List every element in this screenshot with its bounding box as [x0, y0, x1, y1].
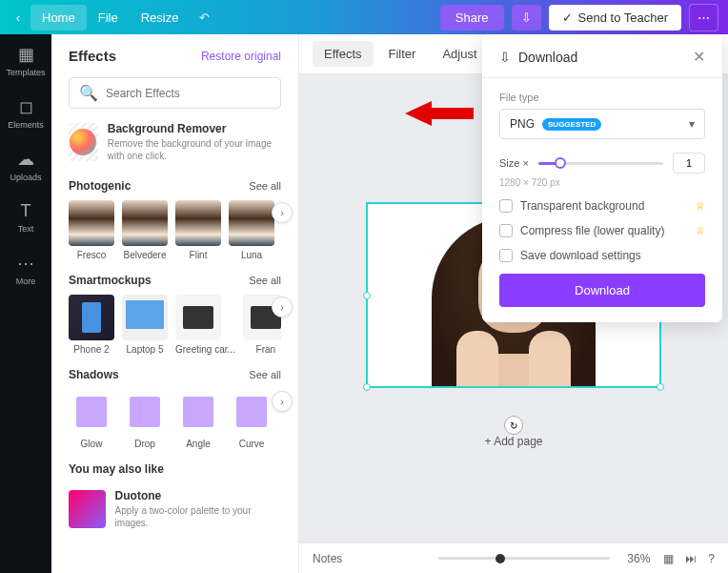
mockup-thumb[interactable]: Laptop 5	[122, 295, 168, 355]
tool-effects[interactable]: Effects	[313, 41, 374, 67]
scroll-right-icon[interactable]: ›	[272, 297, 293, 317]
topbar-right: Share ⇩ ✓Send to Teacher ⋯	[440, 4, 718, 31]
download-button[interactable]: Download	[499, 274, 705, 307]
save-settings-checkbox-row[interactable]: Save download settings	[499, 249, 705, 262]
elements-icon: ◻	[0, 96, 51, 117]
fullscreen-icon[interactable]: ⏭	[685, 552, 697, 565]
ymal-title: Duotone	[115, 489, 281, 502]
size-slider[interactable]	[538, 162, 663, 165]
nav-uploads[interactable]: ☁Uploads	[0, 139, 51, 192]
suggested-badge: SUGGESTED	[542, 118, 601, 131]
crown-icon: ♕	[696, 225, 705, 237]
search-icon: 🔍	[79, 84, 98, 102]
mockup-thumb[interactable]: Greeting car...	[175, 295, 235, 355]
see-all-link[interactable]: See all	[249, 369, 281, 380]
download-icon: ⇩	[499, 50, 511, 65]
scroll-right-icon[interactable]: ›	[272, 391, 293, 412]
download-panel: ⇩Download ✕ File type PNG SUGGESTED ▾ Si…	[482, 34, 722, 322]
tool-adjust[interactable]: Adjust	[431, 41, 488, 67]
send-to-teacher-button[interactable]: ✓Send to Teacher	[549, 5, 681, 31]
nav-text[interactable]: TText	[0, 192, 51, 243]
see-all-link[interactable]: See all	[249, 180, 281, 192]
share-button[interactable]: Share	[440, 5, 504, 31]
thumb-label: Luna	[229, 250, 274, 260]
section-title: Shadows	[69, 368, 119, 381]
home-button[interactable]: Home	[30, 5, 87, 31]
thumb-label: Fresco	[69, 250, 114, 260]
section-title: Smartmockups	[69, 274, 152, 287]
effect-thumb[interactable]: Fresco	[69, 200, 114, 260]
see-all-link[interactable]: See all	[249, 275, 281, 286]
ymal-item[interactable]: DuotoneApply a two-color palette to your…	[69, 489, 281, 529]
restore-original-link[interactable]: Restore original	[201, 50, 281, 63]
top-bar: ‹ Home File Resize ↶ Share ⇩ ✓Send to Te…	[0, 0, 728, 34]
ymal-desc: Apply a two-color palette to your images…	[115, 504, 281, 529]
tool-filter[interactable]: Filter	[377, 41, 428, 67]
nav-elements[interactable]: ◻Elements	[0, 87, 51, 139]
thumb-label: Curve	[229, 439, 274, 449]
zoom-value[interactable]: 36%	[627, 552, 650, 565]
scroll-right-icon[interactable]: ›	[272, 202, 293, 223]
footer-bar: Notes 36% ▦ ⏭ ?	[299, 542, 728, 573]
back-icon[interactable]: ‹	[10, 10, 27, 25]
nav-label: Text	[18, 224, 34, 234]
compress-checkbox-row[interactable]: Compress file (lower quality)♕	[499, 224, 705, 237]
more-menu-button[interactable]: ⋯	[689, 4, 718, 31]
section-smartmockups: SmartmockupsSee all Phone 2 Laptop 5 Gre…	[69, 274, 281, 355]
close-icon[interactable]: ✕	[693, 48, 705, 66]
checkbox[interactable]	[499, 249, 513, 262]
bgr-text: Background Remover Remove the background…	[108, 122, 281, 162]
undo-icon[interactable]: ↶	[199, 10, 210, 25]
uploads-icon: ☁	[0, 149, 51, 170]
shadow-thumb[interactable]: Angle	[175, 389, 221, 449]
background-remover[interactable]: Background Remover Remove the background…	[69, 122, 281, 162]
check-icon: ✓	[562, 10, 573, 25]
resize-menu[interactable]: Resize	[130, 5, 191, 31]
search-box[interactable]: 🔍	[69, 77, 281, 109]
nav-label: More	[16, 276, 36, 286]
thumb-label: Angle	[175, 439, 221, 449]
section-title: Photogenic	[69, 179, 131, 193]
add-page-button[interactable]: + Add page	[484, 435, 542, 448]
effect-thumb[interactable]: Flint	[175, 200, 221, 260]
checkbox[interactable]	[499, 224, 513, 237]
effect-thumb[interactable]: Luna	[229, 200, 274, 260]
rotate-icon[interactable]: ↻	[504, 416, 523, 435]
checkbox[interactable]	[499, 199, 513, 213]
nav-more[interactable]: ⋯More	[0, 243, 51, 296]
download-icon-button[interactable]: ⇩	[512, 5, 541, 31]
resize-handle[interactable]	[363, 292, 371, 299]
zoom-slider[interactable]	[438, 557, 610, 560]
section-ymal: You may also like	[69, 462, 281, 476]
effect-thumb[interactable]: Belvedere	[122, 200, 168, 260]
transparent-checkbox-row[interactable]: Transparent background♕	[499, 199, 705, 213]
templates-icon: ▦	[0, 44, 51, 65]
filetype-value: PNG	[510, 117, 535, 131]
topbar-left: ‹ Home File Resize ↶	[10, 5, 210, 31]
dimensions-text: 1280 × 720 px	[499, 177, 705, 188]
search-input[interactable]	[106, 87, 271, 100]
file-menu[interactable]: File	[87, 5, 130, 31]
mockup-thumb[interactable]: Phone 2	[69, 295, 114, 355]
shadow-thumb[interactable]: Glow	[69, 389, 114, 449]
section-photogenic: PhotogenicSee all Fresco Belvedere Flint…	[69, 179, 281, 260]
svg-marker-0	[405, 101, 474, 126]
resize-handle[interactable]	[657, 383, 664, 391]
filetype-select[interactable]: PNG SUGGESTED ▾	[499, 109, 705, 139]
grid-view-icon[interactable]: ▦	[663, 552, 674, 565]
shadow-thumb[interactable]: Drop	[122, 389, 168, 449]
filetype-label: File type	[499, 92, 705, 103]
size-label: Size ×	[499, 157, 529, 169]
thumb-label: Glow	[69, 439, 114, 449]
nav-templates[interactable]: ▦Templates	[0, 34, 51, 87]
size-input[interactable]	[673, 153, 705, 174]
shadow-thumb[interactable]: Curve	[229, 389, 274, 449]
teacher-label: Send to Teacher	[578, 10, 668, 25]
checkbox-label: Compress file (lower quality)	[520, 224, 664, 237]
duotone-icon	[69, 490, 106, 528]
help-icon[interactable]: ?	[708, 552, 715, 565]
section-title: You may also like	[69, 462, 164, 476]
resize-handle[interactable]	[363, 383, 371, 391]
notes-button[interactable]: Notes	[313, 552, 342, 565]
effects-panel: Effects Restore original 🔍 Background Re…	[51, 34, 299, 573]
